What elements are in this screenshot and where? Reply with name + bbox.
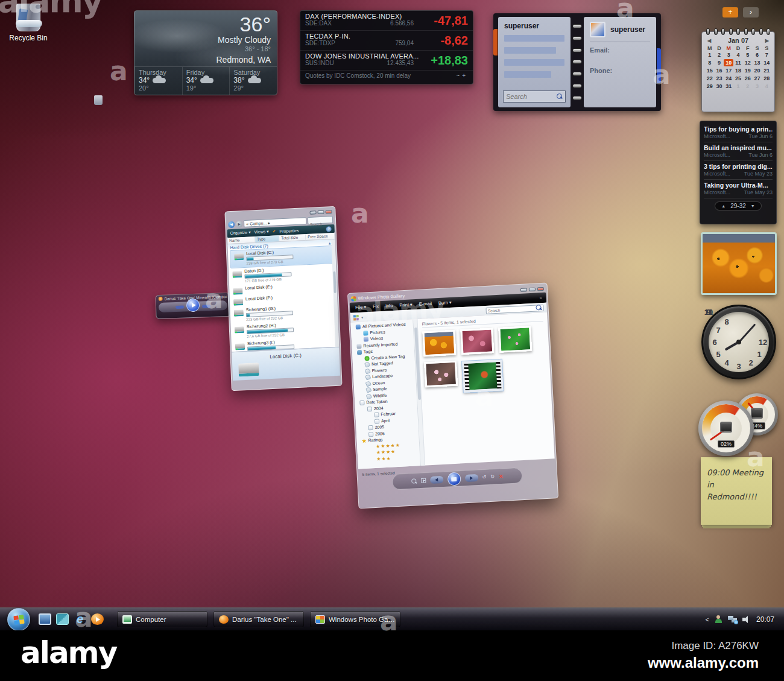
sparkline-icon[interactable]: ~: [456, 72, 462, 79]
feed-item[interactable]: 3 tips for printing dig... Microsoft... …: [704, 161, 773, 180]
add-stock-icon[interactable]: +: [462, 72, 468, 79]
calendar-day[interactable]: 25: [733, 75, 743, 82]
calendar-day[interactable]: 5: [743, 51, 753, 59]
views-menu[interactable]: Views ▾: [254, 229, 268, 235]
tray-expand-chevron[interactable]: <: [706, 616, 709, 623]
gallery-search-input[interactable]: [488, 306, 536, 312]
calendar-day[interactable]: 6: [753, 51, 762, 59]
stock-row[interactable]: DAX (PERFORMANCE-INDEX) SDE:DAX 6.566,56…: [300, 11, 473, 31]
calendar-day[interactable]: 19: [743, 67, 753, 74]
feed-item[interactable]: Tips for buying a prin... Microsoft... T…: [704, 124, 773, 142]
weather-gadget[interactable]: 36° Mostly Cloudy 36° - 18° Redmond, WA …: [134, 10, 277, 95]
calendar-day[interactable]: 1: [733, 83, 743, 90]
rotate-cw-icon[interactable]: ↻: [490, 475, 495, 480]
sticky-note-gadget[interactable]: 09:00 Meeting in Redmond!!!!: [701, 457, 772, 525]
player-play-button[interactable]: [186, 299, 200, 312]
calendar-gadget[interactable]: ◀ Jan 07 ▶ MDMDFSS 123456789101112131415…: [701, 31, 775, 112]
maximize-button[interactable]: [529, 287, 536, 291]
gallery-toolbar-button[interactable]: File ▾: [354, 304, 366, 310]
calendar-prev-button[interactable]: ◀: [707, 38, 711, 43]
gallery-toolbar-button[interactable]: Burn ▾: [437, 300, 452, 306]
volume-icon[interactable]: [742, 616, 751, 623]
tray-clock[interactable]: 20:07: [756, 615, 774, 624]
calendar-day[interactable]: 2: [715, 51, 724, 59]
stock-row[interactable]: TECDAX P-IN. SDE:TDXP 759,04 -8,62: [300, 31, 473, 51]
contact-row[interactable]: [504, 35, 564, 42]
gallery-toolbar-button[interactable]: E-mail: [417, 301, 432, 307]
photo-gallery-window[interactable]: Windows Photo Gallery File ▾ Fix: [347, 283, 558, 509]
calendar-day[interactable]: 30: [715, 83, 724, 90]
gallery-thumbnail[interactable]: [498, 326, 532, 353]
column-total-size[interactable]: Total Size: [279, 234, 306, 241]
zoom-icon[interactable]: [411, 478, 417, 484]
calendar-day[interactable]: 7: [762, 51, 771, 59]
gallery-toolbar-button[interactable]: Print ▾: [398, 302, 413, 308]
contact-row[interactable]: [504, 71, 551, 78]
contacts-blue-tab[interactable]: [657, 48, 661, 83]
calendar-day[interactable]: 14: [762, 59, 771, 66]
contact-row[interactable]: [504, 47, 556, 54]
explorer-search-box[interactable]: [308, 216, 333, 224]
internet-explorer-icon[interactable]: e: [74, 613, 86, 625]
feed-pager-down[interactable]: ▼: [751, 204, 755, 208]
calendar-next-button[interactable]: ▶: [765, 38, 769, 43]
grid-view-icon[interactable]: [421, 478, 426, 483]
minimize-button[interactable]: [520, 288, 527, 292]
gallery-thumbnail[interactable]: [460, 328, 494, 355]
gallery-thumbnail[interactable]: [462, 360, 504, 393]
calendar-day[interactable]: 17: [724, 67, 733, 74]
minimize-button[interactable]: [309, 211, 316, 215]
contacts-orange-tab[interactable]: [493, 29, 498, 55]
calendar-day[interactable]: 18: [733, 67, 743, 74]
taskbar-button[interactable]: Darius "Take One" ...: [213, 611, 304, 627]
contact-row[interactable]: [504, 59, 564, 66]
cpu-meter-gadget[interactable]: 24% 02%: [698, 393, 780, 454]
calendar-day[interactable]: 10: [724, 59, 733, 66]
open-viewer-button[interactable]: ›: [743, 7, 759, 17]
toolbar-overflow-chevron[interactable]: »: [539, 295, 542, 300]
calendar-day[interactable]: 1: [705, 51, 715, 59]
thumbnail-size-icon[interactable]: [353, 314, 359, 320]
slideshow-button[interactable]: [447, 472, 461, 486]
contacts-search-input[interactable]: [506, 93, 557, 100]
gallery-thumbnail[interactable]: [424, 361, 458, 388]
rotate-ccw-icon[interactable]: ↺: [482, 475, 486, 480]
gallery-toolbar-button[interactable]: Info: [384, 303, 393, 309]
maximize-button[interactable]: [317, 210, 324, 214]
calendar-day[interactable]: 16: [715, 67, 724, 74]
next-button[interactable]: [464, 474, 478, 482]
contacts-search-box[interactable]: [503, 90, 566, 103]
show-desktop-icon[interactable]: [39, 613, 51, 625]
gallery-toolbar-button[interactable]: Fix: [371, 303, 379, 309]
media-player-icon[interactable]: [91, 613, 104, 625]
taskbar-button[interactable]: Computer: [117, 611, 207, 627]
recycle-bin[interactable]: Recycle Bin: [5, 4, 52, 42]
previous-button[interactable]: [429, 476, 443, 484]
help-icon[interactable]: ?: [326, 226, 331, 232]
slideshow-gadget[interactable]: [701, 232, 777, 295]
column-type[interactable]: Type: [255, 235, 279, 242]
feed-headlines-gadget[interactable]: Tips for buying a prin... Microsoft... T…: [700, 121, 777, 224]
organize-menu[interactable]: Organize ▾: [230, 230, 251, 236]
media-player-window[interactable]: Darius 'Take One' Minealla (Compact): [155, 293, 230, 319]
calendar-day[interactable]: 27: [753, 75, 762, 82]
back-button[interactable]: ◀: [228, 221, 235, 228]
calendar-day[interactable]: 12: [743, 59, 753, 66]
small-desktop-icon[interactable]: [94, 95, 103, 105]
player-next-button[interactable]: [202, 304, 210, 307]
calendar-day[interactable]: 3: [724, 51, 733, 59]
clock-gadget[interactable]: 121234567891011: [701, 305, 776, 379]
calendar-day[interactable]: 20: [753, 67, 762, 74]
calendar-day[interactable]: 23: [715, 75, 724, 82]
flip3d-switcher-icon[interactable]: [56, 613, 69, 625]
calendar-day[interactable]: 4: [762, 83, 771, 90]
calendar-day[interactable]: 26: [743, 75, 753, 82]
calendar-day[interactable]: 2: [743, 83, 753, 90]
forward-button[interactable]: ▶: [236, 221, 242, 228]
gallery-thumbnail[interactable]: [422, 330, 456, 357]
calendar-day[interactable]: 15: [705, 67, 715, 74]
calendar-day[interactable]: 3: [753, 83, 762, 90]
network-icon[interactable]: [728, 616, 737, 623]
start-button[interactable]: [7, 608, 30, 631]
stocks-gadget[interactable]: DAX (PERFORMANCE-INDEX) SDE:DAX 6.566,56…: [300, 10, 473, 84]
